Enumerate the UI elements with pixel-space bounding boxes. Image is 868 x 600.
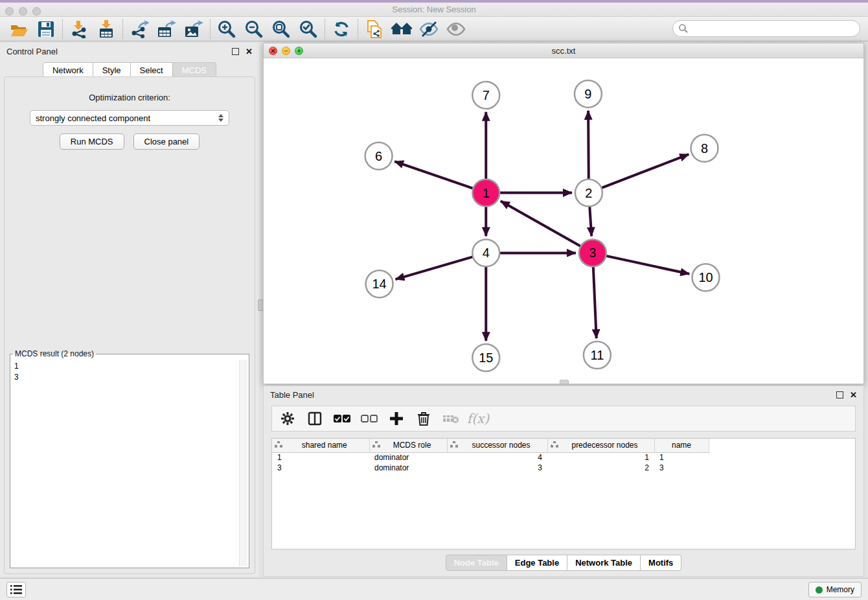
- deselect-all-button[interactable]: [360, 410, 378, 428]
- settings-gear-button[interactable]: [279, 410, 297, 428]
- export-network-button[interactable]: [126, 18, 153, 40]
- task-history-button[interactable]: [6, 582, 26, 597]
- table-cell[interactable]: dominator: [369, 463, 447, 473]
- float-panel-icon[interactable]: [232, 48, 239, 55]
- tab-node-table[interactable]: Node Table: [446, 555, 507, 571]
- node-table[interactable]: shared nameMCDS rolesuccessor nodesprede…: [271, 438, 856, 549]
- zoom-in-icon: [217, 19, 236, 39]
- node-label-8: 8: [701, 141, 708, 156]
- search-box[interactable]: [672, 20, 860, 37]
- delete-button[interactable]: [415, 410, 433, 428]
- save-session-button[interactable]: [32, 18, 60, 40]
- export-image-button[interactable]: [180, 18, 207, 40]
- table-cell[interactable]: 1: [547, 452, 654, 463]
- zoom-view-icon[interactable]: +: [295, 47, 303, 55]
- run-mcds-button[interactable]: Run MCDS: [60, 133, 124, 150]
- memory-label: Memory: [827, 585, 854, 594]
- close-view-icon[interactable]: ✕: [269, 47, 277, 55]
- close-table-panel-icon[interactable]: ✕: [850, 390, 857, 400]
- zoom-fit-button[interactable]: [268, 18, 295, 40]
- copy-style-button[interactable]: [361, 18, 388, 40]
- import-network-icon: [70, 20, 88, 38]
- edge-3-1[interactable]: [501, 201, 593, 253]
- function-builder-button[interactable]: f(x): [469, 410, 487, 428]
- search-input[interactable]: [689, 24, 854, 34]
- import-table-button[interactable]: [93, 18, 120, 40]
- import-network-button[interactable]: [65, 18, 93, 40]
- delete-column-icon: [442, 413, 459, 424]
- open-session-button[interactable]: [5, 18, 32, 40]
- criterion-dropdown[interactable]: strongly connected component: [30, 110, 229, 126]
- result-scrollbar[interactable]: [239, 360, 247, 566]
- node-label-2: 2: [585, 186, 592, 200]
- toolbar-separator: [358, 19, 358, 39]
- settings-gear-icon: [280, 411, 295, 426]
- network-window-titlebar[interactable]: ✕ − + scc.txt: [263, 43, 864, 58]
- criterion-value: strongly connected component: [36, 113, 218, 123]
- column-header-MCDS-role[interactable]: MCDS role: [369, 439, 447, 452]
- network-canvas-svg[interactable]: 7968124314101511: [263, 58, 864, 384]
- column-header-predecessor-nodes[interactable]: predecessor nodes: [547, 439, 654, 452]
- zoom-out-button[interactable]: [240, 18, 268, 40]
- table-row[interactable]: 1dominator411: [272, 452, 709, 463]
- node-label-7: 7: [483, 88, 490, 102]
- minimize-view-icon[interactable]: −: [282, 47, 290, 55]
- table-tabs: Node TableEdge TableNetwork TableMotifs: [264, 555, 863, 571]
- table-cell[interactable]: dominator: [369, 452, 447, 463]
- column-header-shared-name[interactable]: shared name: [272, 439, 369, 452]
- show-all-icon: [446, 21, 466, 37]
- close-window-button[interactable]: [5, 7, 14, 16]
- table-cell[interactable]: 1: [272, 452, 369, 463]
- mcds-panel: Optimization criterion: strongly connect…: [4, 76, 255, 574]
- table-toolbar: f(x): [271, 406, 856, 432]
- edge-1-6[interactable]: [394, 161, 486, 192]
- table-row[interactable]: 3dominator323: [272, 463, 709, 473]
- column-header-name[interactable]: name: [654, 439, 709, 452]
- node-label-10: 10: [698, 270, 713, 284]
- column-type-icon: [372, 441, 380, 450]
- tab-motifs[interactable]: Motifs: [641, 555, 681, 571]
- table-cell[interactable]: 4: [447, 452, 547, 463]
- mcds-result-box: MCDS result (2 nodes) 1 3: [10, 349, 249, 568]
- float-table-panel-icon[interactable]: [836, 391, 843, 398]
- memory-button[interactable]: Memory: [808, 582, 862, 597]
- export-table-button[interactable]: [153, 18, 180, 40]
- columns-button[interactable]: [306, 410, 324, 428]
- table-cell[interactable]: 3: [272, 463, 369, 473]
- list-icon: [10, 585, 22, 594]
- select-all-checkboxes-icon: [334, 414, 350, 423]
- minimize-window-button[interactable]: [19, 7, 27, 16]
- table-cell[interactable]: 3: [447, 463, 547, 473]
- node-label-15: 15: [479, 351, 493, 365]
- zoom-in-button[interactable]: [213, 18, 240, 40]
- table-cell[interactable]: 1: [654, 452, 709, 463]
- refresh-button[interactable]: [328, 18, 355, 40]
- tab-edge-table[interactable]: Edge Table: [507, 555, 567, 571]
- show-all-button[interactable]: [442, 18, 470, 40]
- node-label-11: 11: [591, 348, 604, 362]
- edge-3-10[interactable]: [593, 253, 689, 273]
- select-all-button[interactable]: [333, 410, 351, 428]
- hide-selected-button[interactable]: [415, 18, 442, 40]
- table-panel: Table Panel ✕ f(x) sh: [263, 386, 864, 577]
- column-header-successor-nodes[interactable]: successor nodes: [447, 439, 547, 452]
- maximize-window-button[interactable]: [32, 7, 41, 16]
- delete-column-button[interactable]: [442, 410, 460, 428]
- function-builder-icon: f(x): [467, 411, 489, 426]
- window-controls[interactable]: [5, 7, 41, 16]
- table-cell[interactable]: 2: [547, 463, 654, 473]
- table-panel-title: Table Panel: [270, 390, 314, 400]
- zoom-selected-button[interactable]: [295, 18, 322, 40]
- edge-2-8[interactable]: [589, 154, 689, 193]
- table-cell[interactable]: 3: [654, 463, 709, 473]
- add-button[interactable]: [387, 410, 405, 428]
- close-panel-button[interactable]: Close panel: [133, 133, 200, 150]
- zoom-out-icon: [244, 19, 264, 39]
- toolbar-separator: [210, 19, 211, 39]
- home-layout-button[interactable]: [388, 18, 415, 40]
- close-panel-icon[interactable]: ✕: [246, 47, 253, 56]
- save-session-icon: [37, 20, 55, 38]
- horizontal-divider-handle[interactable]: [560, 380, 569, 384]
- toolbar-separator: [325, 19, 325, 39]
- tab-network-table[interactable]: Network Table: [567, 555, 641, 571]
